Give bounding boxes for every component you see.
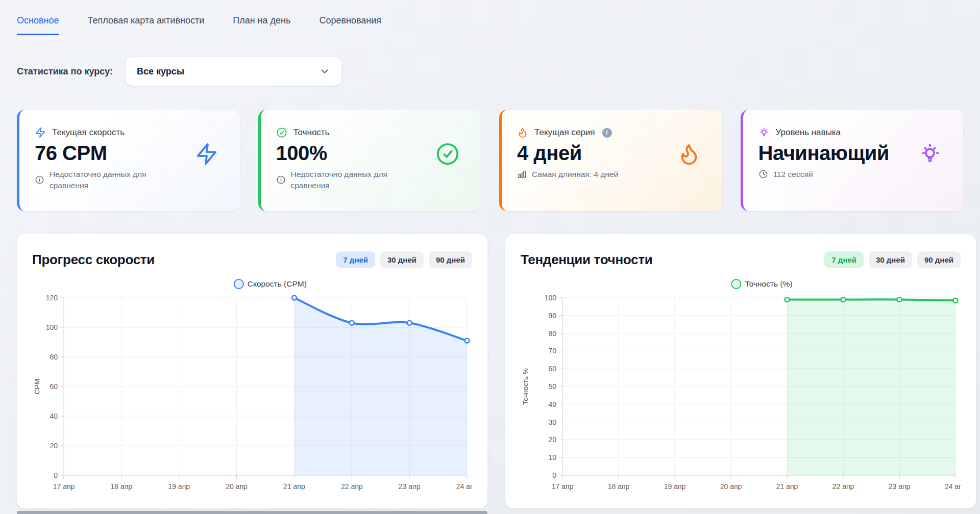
svg-text:17 апр: 17 апр [53,482,75,491]
svg-text:22 апр: 22 апр [832,482,854,491]
svg-text:40: 40 [50,412,58,420]
svg-text:22 апр: 22 апр [341,482,363,491]
course-select-value: Все курсы [137,66,184,77]
legend-item[interactable]: Точность (%) [731,279,792,289]
data-point[interactable] [841,297,846,302]
clock-icon [758,169,768,179]
svg-text:23 апр: 23 апр [399,482,421,491]
course-filter-label: Статистика по курсу: [17,66,113,77]
data-line [787,299,955,300]
svg-text:50: 50 [548,382,556,391]
svg-text:19 апр: 19 апр [168,482,190,491]
accuracy-trends-panel: Тенденции точности 7 дней 30 дней 90 дне… [505,234,976,508]
tab-day-plan[interactable]: План на день [233,15,290,35]
svg-text:24 апр: 24 апр [456,482,472,491]
stat-card-streak: Текущая серия i 4 дней Самая длинная: 4 … [499,110,722,211]
tab-competitions[interactable]: Соревнования [319,15,381,35]
bar-chart-icon [517,169,527,179]
svg-text:0: 0 [552,471,556,479]
bottom-clipped-element [17,511,487,514]
tabs-bar: Основное Тепловая карта активности План … [0,0,980,35]
tab-main[interactable]: Основное [17,15,59,35]
lightbulb-icon [918,142,942,166]
zap-icon [195,142,218,166]
stat-card-speed: Текущая скорость 76 CPM Недостаточно дан… [17,110,240,211]
check-circle-icon [436,142,459,166]
y-axis-title: Точность % [522,368,529,405]
card-sub-text: Недостаточно данных для сравнения [291,169,424,191]
svg-text:20: 20 [548,435,556,444]
card-label: Текущая серия [534,127,595,138]
course-select[interactable]: Все курсы [125,57,342,86]
card-label: Уровень навыка [776,127,841,138]
speed-progress-panel: Прогресс скорости 7 дней 30 дней 90 дней… [17,234,487,508]
range-switcher: 7 дней 30 дней 90 дней [336,251,472,268]
svg-text:80: 80 [50,353,58,361]
svg-text:60: 60 [50,382,58,391]
speed-line-chart: 02040608010012017 апр18 апр19 апр20 апр2… [32,276,472,505]
data-point[interactable] [897,297,902,302]
range-switcher: 7 дней 30 дней 90 дней [824,251,961,268]
range-90d-button[interactable]: 90 дней [429,251,472,268]
svg-text:100: 100 [46,323,58,331]
panel-title: Тенденции точности [521,252,652,268]
flame-icon [517,127,528,138]
svg-text:23 апр: 23 апр [889,482,911,491]
svg-text:0: 0 [54,471,58,479]
data-point[interactable] [350,321,354,325]
zap-icon [35,127,46,138]
svg-text:120: 120 [46,294,58,302]
data-point[interactable] [785,297,790,302]
data-point[interactable] [292,296,297,300]
svg-text:24 апр: 24 апр [945,482,961,491]
legend-item[interactable]: Скорость (CPM) [234,279,307,289]
data-point[interactable] [407,321,412,325]
accuracy-line-chart: 010203040506070809010017 апр18 апр19 апр… [521,276,961,505]
svg-text:80: 80 [548,329,556,338]
svg-text:19 апр: 19 апр [664,482,686,491]
check-circle-icon [276,127,287,138]
range-30d-button[interactable]: 30 дней [380,251,424,268]
data-point[interactable] [953,298,958,303]
area-fill [787,299,955,475]
card-sub-text: 112 сессий [773,169,813,180]
svg-text:Скорость (CPM): Скорость (CPM) [248,279,307,288]
svg-text:10: 10 [548,453,556,461]
card-sub-text: Самая длинная: 4 дней [532,169,618,180]
card-label: Точность [293,127,330,138]
svg-text:21 апр: 21 апр [776,482,798,491]
svg-text:18 апр: 18 апр [608,482,630,491]
card-sub-text: Недостаточно данных для сравнения [50,169,182,191]
tab-activity-heatmap[interactable]: Тепловая карта активности [87,15,204,35]
course-filter-row: Статистика по курсу: Все курсы [17,57,963,86]
svg-text:40: 40 [548,400,556,408]
svg-text:90: 90 [548,312,556,320]
svg-text:20 апр: 20 апр [226,482,248,491]
svg-text:Точность (%): Точность (%) [745,279,792,288]
svg-text:20: 20 [50,442,58,450]
svg-text:30: 30 [548,418,556,426]
info-icon [276,175,286,185]
chevron-down-icon [319,66,330,77]
stat-cards-row: Текущая скорость 76 CPM Недостаточно дан… [17,110,963,211]
panel-title: Прогресс скорости [32,252,155,268]
range-7d-button[interactable]: 7 дней [824,251,864,268]
stat-card-skill-level: Уровень навыка Начинающий 112 сессий [741,110,964,211]
data-point[interactable] [465,339,470,343]
range-30d-button[interactable]: 30 дней [869,251,912,268]
flame-icon [677,142,701,166]
svg-text:70: 70 [548,347,556,355]
range-7d-button[interactable]: 7 дней [336,251,375,268]
lightbulb-icon [758,127,770,138]
card-label: Текущая скорость [52,127,125,138]
info-icon [35,175,44,185]
stat-card-accuracy: Точность 100% Недостаточно данных для ср… [258,110,481,211]
svg-text:60: 60 [548,365,556,373]
svg-text:21 апр: 21 апр [283,482,305,491]
svg-text:18 апр: 18 апр [111,482,133,491]
svg-text:17 апр: 17 апр [552,482,574,491]
svg-text:20 апр: 20 апр [720,482,742,491]
info-badge-icon[interactable]: i [602,128,612,138]
charts-row: Прогресс скорости 7 дней 30 дней 90 дней… [17,234,963,508]
range-90d-button[interactable]: 90 дней [917,251,961,268]
